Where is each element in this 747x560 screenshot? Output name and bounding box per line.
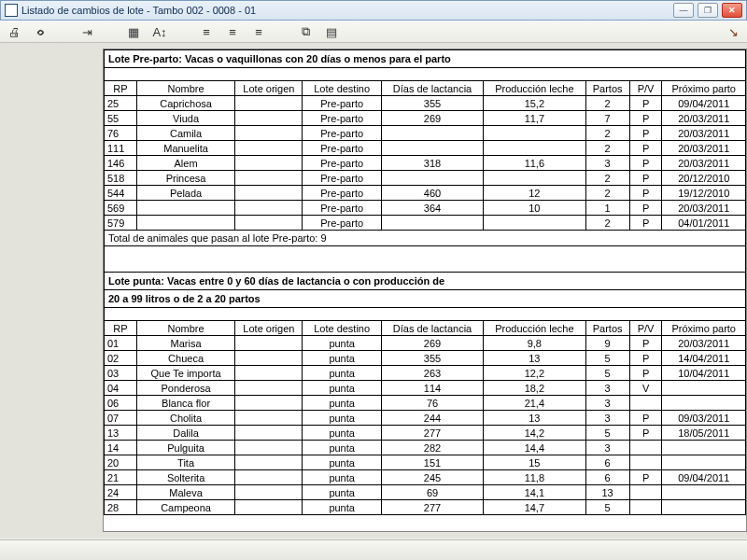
sheet-icon[interactable]: ▤ <box>323 23 340 40</box>
col-dias-lactancia: Días de lactancia <box>381 321 483 336</box>
report-panel: Lote Pre-parto: Vacas o vaquillonas con … <box>103 49 747 532</box>
minimize-button[interactable]: — <box>673 3 694 18</box>
client-area: Lote Pre-parto: Vacas o vaquillonas con … <box>0 43 747 538</box>
col-rp: RP <box>105 321 137 336</box>
table-row: 544PeladaPre-parto460122P19/12/2010 <box>105 186 746 201</box>
table-row: 28Campeonapunta27714,75 <box>105 500 746 515</box>
col-lote-origen: Lote origen <box>235 321 303 336</box>
align-right-icon[interactable]: ≡ <box>250 23 267 40</box>
table-row: 07Cholitapunta244133P09/03/2011 <box>105 411 746 426</box>
find-icon[interactable]: ᨔ <box>32 23 49 40</box>
col-lote-origen: Lote origen <box>235 81 303 96</box>
align-left-icon[interactable]: ≡ <box>198 23 215 40</box>
table-row: 04Ponderosapunta11418,23V <box>105 381 746 396</box>
table-row: 03Que Te importapunta26312,25P10/04/2011 <box>105 366 746 381</box>
col-pv: P/V <box>629 321 662 336</box>
section-title: Lote punta: Vacas entre 0 y 60 días de l… <box>105 273 746 290</box>
table-row: 76CamilaPre-parto2P20/03/2011 <box>105 126 746 141</box>
close-button[interactable]: ✕ <box>722 3 742 18</box>
export-icon[interactable]: ⇥ <box>78 23 95 40</box>
col-partos: Partos <box>585 321 629 336</box>
table-header-row: RPNombreLote origenLote destinoDías de l… <box>105 321 746 336</box>
table-row: 13Dalilapunta27714,25P18/05/2011 <box>105 426 746 441</box>
col-pv: P/V <box>629 81 662 96</box>
table-header-row: RPNombreLote origenLote destinoDías de l… <box>105 81 746 96</box>
section-title-line2: 20 a 99 litros o de 2 a 20 partos <box>105 290 746 308</box>
copy-icon[interactable]: ⧉ <box>297 23 314 40</box>
status-bar <box>0 539 747 560</box>
col-partos: Partos <box>585 81 629 96</box>
table-row: 24Malevapunta6914,113 <box>105 485 746 500</box>
table-row: 01Marisapunta2699,89P20/03/2011 <box>105 336 746 351</box>
table-row: 55ViudaPre-parto26911,77P20/03/2011 <box>105 111 746 126</box>
col-proximo-parto: Próximo parto <box>662 81 746 96</box>
col-nombre: Nombre <box>136 81 235 96</box>
app-icon <box>5 4 18 17</box>
table-row: 579Pre-parto2P04/01/2011 <box>105 216 746 231</box>
col-dias-lactancia: Días de lactancia <box>381 81 483 96</box>
col-produccion-leche: Producción leche <box>484 81 585 96</box>
table-row: 569Pre-parto364101P20/03/2011 <box>105 201 746 216</box>
table-row: 146AlemPre-parto31811,63P20/03/2011 <box>105 156 746 171</box>
table-row: 518PrincesaPre-parto2P20/12/2010 <box>105 171 746 186</box>
table-row: 06Blanca florpunta7621,43 <box>105 396 746 411</box>
col-proximo-parto: Próximo parto <box>662 321 746 336</box>
titlebar: Listado de cambios de lote - Tambo 002 -… <box>0 0 747 21</box>
grid-icon[interactable]: ▦ <box>125 23 142 40</box>
table-row: 20Titapunta151156 <box>105 455 746 470</box>
table-row: 111ManuelitaPre-parto2P20/03/2011 <box>105 141 746 156</box>
toolbar: 🖨 ᨔ ⇥ ▦ A↕ ≡ ≡ ≡ ⧉ ▤ ↘ <box>0 21 747 43</box>
maximize-button[interactable]: ❐ <box>698 3 718 18</box>
sort-icon[interactable]: A↕ <box>151 23 168 40</box>
table-row: 02Chuecapunta355135P14/04/2011 <box>105 351 746 366</box>
exit-icon[interactable]: ↘ <box>725 23 741 40</box>
section-title: Lote Pre-parto: Vacas o vaquillonas con … <box>105 50 746 68</box>
col-rp: RP <box>105 81 137 96</box>
table-row: 25CaprichosaPre-parto35515,22P09/04/2011 <box>105 96 746 111</box>
window-title: Listado de cambios de lote - Tambo 002 -… <box>21 5 673 16</box>
table-row: 21Solteritapunta24511,86P09/04/2011 <box>105 470 746 485</box>
align-center-icon[interactable]: ≡ <box>224 23 241 40</box>
table-row: 14Pulguitapunta28214,43 <box>105 441 746 455</box>
col-lote-destino: Lote destino <box>303 321 381 336</box>
col-nombre: Nombre <box>136 321 235 336</box>
col-lote-destino: Lote destino <box>303 81 381 96</box>
section-total: Total de animales que pasan al lote Pre-… <box>105 231 746 246</box>
print-icon[interactable]: 🖨 <box>6 23 22 40</box>
col-produccion-leche: Producción leche <box>484 321 585 336</box>
